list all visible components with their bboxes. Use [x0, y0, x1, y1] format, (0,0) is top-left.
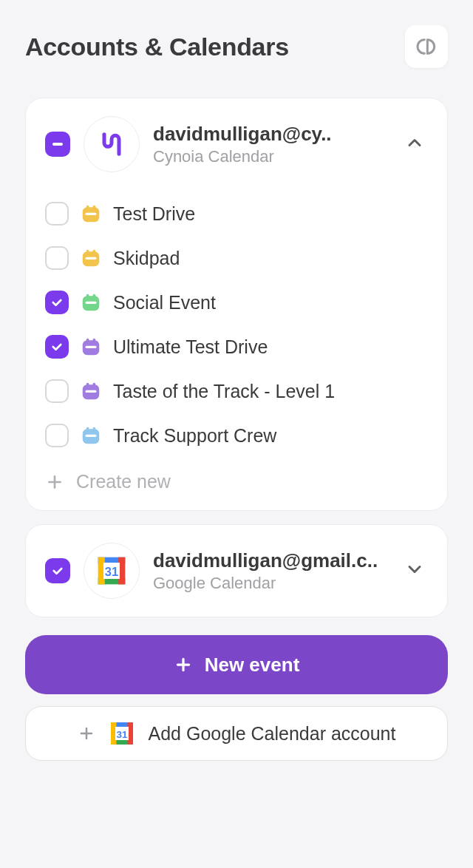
add-google-label: Add Google Calendar account: [149, 723, 396, 745]
collapse-toggle[interactable]: [401, 129, 428, 159]
calendar-icon: [79, 291, 103, 314]
account-header[interactable]: davidmulligan@cy.. Cynoia Calendar: [45, 116, 428, 172]
google-calendar-icon: 31: [95, 555, 128, 587]
account-info: davidmulligan@gmail.c.. Google Calendar: [153, 549, 388, 593]
calendar-checkbox[interactable]: [45, 424, 69, 447]
calendar-name: Skidpad: [113, 248, 180, 269]
calendar-item[interactable]: Track Support Crew: [45, 413, 428, 458]
add-google-account-button[interactable]: 31 Add Google Calendar account: [25, 706, 448, 761]
calendar-item[interactable]: Test Drive: [45, 191, 428, 236]
account-card-google: 31 davidmulligan@gmail.c.. Google Calend…: [25, 524, 448, 617]
svg-rect-13: [86, 339, 89, 343]
plus-icon: [45, 472, 64, 492]
svg-rect-9: [86, 294, 89, 299]
svg-rect-15: [86, 346, 97, 348]
account-email: davidmulligan@gmail.c..: [153, 549, 388, 572]
calendar-checkbox[interactable]: [45, 379, 69, 403]
calendar-icon: [79, 335, 103, 359]
avatar-cd-icon: [415, 35, 438, 58]
svg-rect-14: [93, 339, 96, 343]
calendar-name: Ultimate Test Drive: [113, 336, 268, 358]
account-icon-cynoia: [84, 116, 140, 172]
expand-toggle[interactable]: [401, 556, 428, 586]
account-email: davidmulligan@cy..: [153, 123, 388, 146]
svg-rect-10: [93, 294, 96, 299]
svg-rect-17: [86, 383, 89, 387]
calendar-checkbox[interactable]: [45, 202, 69, 226]
calendar-item[interactable]: Ultimate Test Drive: [45, 325, 428, 369]
account-header[interactable]: 31 davidmulligan@gmail.c.. Google Calend…: [45, 543, 428, 599]
svg-rect-23: [86, 435, 97, 437]
calendar-icon: [79, 202, 103, 226]
google-calendar-icon: 31: [109, 720, 135, 747]
create-new-label: Create new: [76, 471, 171, 492]
svg-rect-22: [93, 427, 96, 432]
check-icon: [50, 296, 64, 309]
svg-rect-2: [93, 206, 96, 210]
calendar-icon: [79, 246, 103, 270]
chevron-up-icon: [404, 132, 425, 153]
avatar-button[interactable]: [405, 25, 448, 68]
calendar-name: Track Support Crew: [113, 425, 276, 447]
calendar-name: Test Drive: [113, 203, 195, 225]
account-provider: Google Calendar: [153, 574, 388, 593]
calendar-item[interactable]: Skidpad: [45, 236, 428, 280]
svg-rect-3: [86, 213, 97, 215]
page-title: Accounts & Calendars: [25, 33, 289, 61]
calendar-list: Test Drive Skidpad Social Event: [45, 191, 428, 492]
calendar-checkbox[interactable]: [45, 246, 69, 270]
plus-icon: [174, 655, 193, 674]
new-event-label: New event: [205, 654, 300, 677]
check-icon: [51, 564, 64, 577]
svg-rect-1: [86, 206, 89, 210]
new-event-button[interactable]: New event: [25, 635, 448, 694]
chevron-down-icon: [404, 559, 425, 580]
account-checkbox-indeterminate[interactable]: [45, 132, 70, 157]
page-header: Accounts & Calendars: [25, 25, 448, 68]
calendar-checkbox[interactable]: [45, 335, 69, 359]
plus-icon: [78, 725, 95, 742]
calendar-item[interactable]: Taste of the Track - Level 1: [45, 369, 428, 413]
check-icon: [50, 340, 64, 353]
calendar-checkbox[interactable]: [45, 291, 69, 314]
cynoia-icon: [97, 129, 126, 159]
svg-rect-18: [93, 383, 96, 387]
svg-text:31: 31: [116, 729, 128, 740]
account-info: davidmulligan@cy.. Cynoia Calendar: [153, 123, 388, 166]
calendar-icon: [79, 424, 103, 447]
account-provider: Cynoia Calendar: [153, 147, 388, 166]
calendar-name: Taste of the Track - Level 1: [113, 381, 335, 402]
svg-rect-11: [86, 302, 97, 304]
create-new-calendar[interactable]: Create new: [45, 458, 428, 492]
svg-rect-21: [86, 427, 89, 432]
svg-rect-6: [93, 250, 96, 254]
calendar-icon: [79, 379, 103, 403]
calendar-item[interactable]: Social Event: [45, 280, 428, 325]
svg-rect-19: [86, 390, 97, 393]
svg-rect-7: [86, 257, 97, 260]
account-card-cynoia: davidmulligan@cy.. Cynoia Calendar Test …: [25, 98, 448, 511]
calendar-name: Social Event: [113, 292, 216, 313]
account-icon-google: 31: [84, 543, 140, 599]
account-checkbox-checked[interactable]: [45, 558, 70, 583]
svg-text:31: 31: [105, 565, 118, 578]
svg-rect-5: [86, 250, 89, 254]
